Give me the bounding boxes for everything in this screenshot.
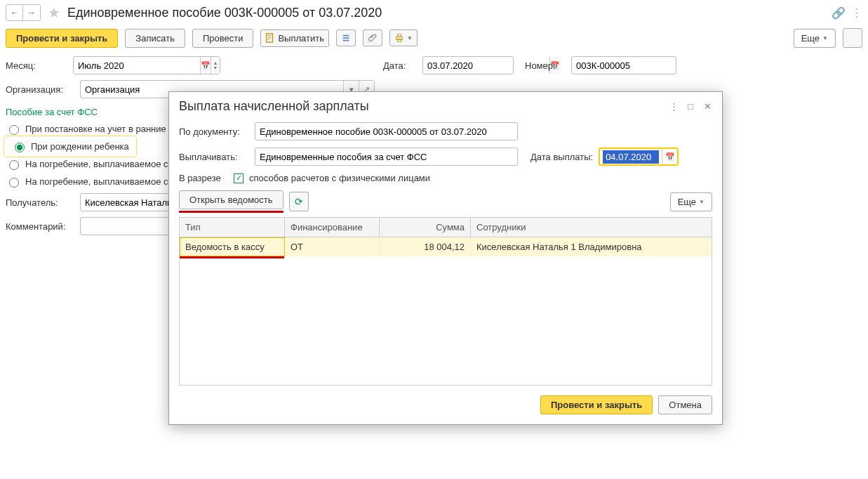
lines-icon <box>341 33 351 43</box>
extra-button[interactable] <box>843 28 862 48</box>
document-icon <box>265 33 275 43</box>
svg-rect-2 <box>397 34 401 37</box>
paperclip-icon <box>368 33 378 43</box>
cell-type-text: Ведомость в кассу <box>185 242 265 252</box>
doc-input[interactable] <box>255 122 518 140</box>
submit-close-button[interactable]: Провести и закрыть <box>6 29 118 48</box>
col-type-header[interactable]: Тип <box>180 218 285 237</box>
main-toolbar: Провести и закрыть Записать Провести Вып… <box>0 25 868 53</box>
radio-childbirth[interactable]: При рождении ребенка <box>6 138 135 155</box>
nav-forward-button[interactable]: → <box>23 5 40 20</box>
chevron-down-icon: ▼ <box>407 35 413 41</box>
favorite-star-icon[interactable]: ★ <box>48 4 60 21</box>
comment-label: Комментарий: <box>6 221 69 232</box>
radio-label: При рождении ребенка <box>31 141 129 152</box>
more-button[interactable]: Еще ▼ <box>794 29 836 48</box>
radio-label: На погребение, выплачиваемое сот <box>25 176 178 187</box>
cell-emp: Киселевская Наталья 1 Владимировна <box>471 237 712 256</box>
cell-sum: 18 004,12 <box>380 237 471 256</box>
modal-submit-close-button[interactable]: Провести и закрыть <box>540 395 653 414</box>
radio-input[interactable] <box>9 178 19 188</box>
red-underline-marker <box>180 256 284 258</box>
submit-button[interactable]: Провести <box>192 29 254 48</box>
org-label: Организация: <box>6 84 69 95</box>
payout-label: Выплатить <box>278 33 324 44</box>
radio-input[interactable] <box>15 143 25 152</box>
nav-group: ← → <box>6 4 41 21</box>
kebab-menu-icon[interactable]: ⋮ <box>851 6 862 20</box>
modal-more-button[interactable]: Еще ▼ <box>670 192 712 211</box>
radio-label: На погребение, выплачиваемое сто <box>25 159 178 169</box>
date-input-group: 📅 <box>422 56 514 74</box>
statement-table: Тип Финансирование Сумма Сотрудники Ведо… <box>179 217 712 386</box>
paydate-input[interactable] <box>603 150 659 164</box>
month-input[interactable] <box>74 58 200 74</box>
attach-button[interactable] <box>363 29 382 46</box>
col-emp-header[interactable]: Сотрудники <box>471 218 712 237</box>
cell-type: Ведомость в кассу <box>180 237 285 256</box>
print-dropdown-button[interactable]: ▼ <box>389 29 418 46</box>
modal-title: Выплата начисленной зарплаты <box>179 99 369 114</box>
refresh-button[interactable]: ⟳ <box>289 192 309 211</box>
cut-checkbox[interactable]: ✓ <box>234 173 243 183</box>
more-label: Еще <box>678 197 696 207</box>
close-icon[interactable]: ✕ <box>702 101 712 112</box>
col-fin-header[interactable]: Финансирование <box>285 218 380 237</box>
pay-label: Выплачивать: <box>179 152 249 162</box>
payout-button[interactable]: Выплатить <box>260 29 329 47</box>
maximize-icon[interactable]: □ <box>686 101 695 112</box>
col-sum-header[interactable]: Сумма <box>380 218 471 237</box>
print-icon <box>394 33 404 43</box>
number-input-group <box>571 56 676 74</box>
chevron-down-icon: ▼ <box>699 199 705 205</box>
table-header: Тип Финансирование Сумма Сотрудники <box>180 218 712 237</box>
date-label: Дата: <box>383 60 411 71</box>
radio-input[interactable] <box>9 125 19 135</box>
cut-label: В разрезе <box>179 173 228 183</box>
radio-label: При постановке на учет в ранние с <box>25 124 173 134</box>
more-label: Еще <box>801 33 820 44</box>
list-button[interactable] <box>336 29 356 46</box>
table-row[interactable]: Ведомость в кассу ОТ 18 004,12 Киселевск… <box>180 237 712 256</box>
number-input[interactable] <box>572 58 698 74</box>
svg-rect-0 <box>267 34 273 42</box>
save-button[interactable]: Записать <box>125 29 185 48</box>
open-statement-wrap: Открыть ведомость <box>179 190 283 213</box>
doc-label: По документу: <box>179 126 249 137</box>
cell-fin: ОТ <box>285 237 380 256</box>
radio-input[interactable] <box>9 160 19 170</box>
number-label: Номер: <box>525 60 560 71</box>
cut-checkbox-label: способов расчетов с физическими лицами <box>249 173 430 183</box>
month-spinner[interactable]: ▲▼ <box>211 57 220 74</box>
pay-input[interactable] <box>255 147 518 166</box>
page-title: Единовременное пособие 003К-000005 от 03… <box>67 6 382 20</box>
titlebar: ← → ★ Единовременное пособие 003К-000005… <box>0 0 868 25</box>
open-statement-button[interactable]: Открыть ведомость <box>179 190 283 209</box>
recipient-label: Получатель: <box>6 197 69 208</box>
month-input-group: 📅 ▲▼ <box>73 56 220 74</box>
modal-cancel-button[interactable]: Отмена <box>658 395 712 414</box>
chevron-down-icon: ▼ <box>822 35 828 41</box>
month-label: Месяц: <box>6 60 62 71</box>
nav-back-button[interactable]: ← <box>6 5 23 20</box>
kebab-menu-icon[interactable]: ⋮ <box>669 101 679 112</box>
calendar-icon[interactable]: 📅 <box>662 149 677 164</box>
payout-modal: Выплата начисленной зарплаты ⋮ □ ✕ По до… <box>168 91 723 425</box>
paydate-field: 📅 <box>599 147 679 166</box>
link-icon[interactable]: 🔗 <box>832 6 846 20</box>
calendar-icon[interactable]: 📅 <box>200 57 211 74</box>
paydate-label: Дата выплаты: <box>530 152 593 162</box>
